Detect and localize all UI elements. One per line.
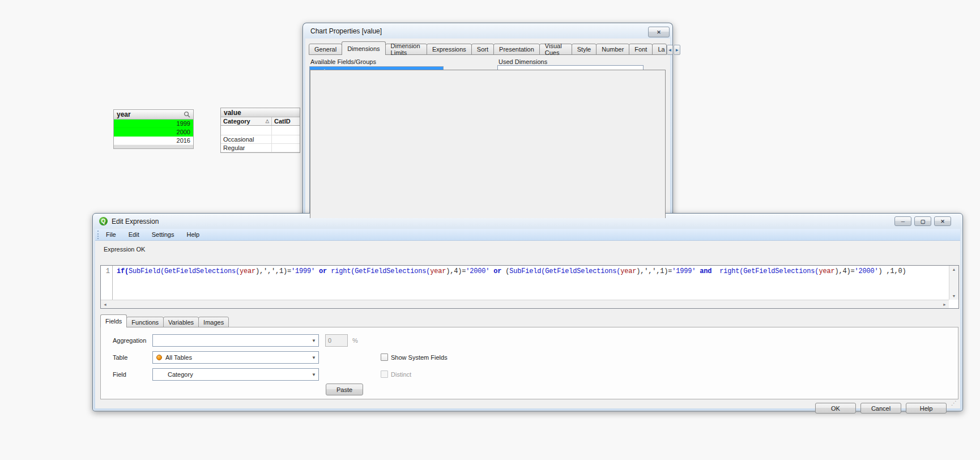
minimize-button[interactable]: ─ (894, 216, 911, 226)
tab-scroll-prev-button[interactable]: ◄ (667, 45, 674, 55)
scroll-right-icon[interactable]: ► (943, 303, 947, 306)
desktop: year 1999 2000 2016 value Category △ Cat… (0, 0, 980, 460)
sort-asc-icon: △ (266, 117, 269, 125)
maximize-button[interactable]: ▢ (914, 216, 931, 226)
tab-images[interactable]: Images (198, 317, 229, 327)
close-button[interactable]: ✕ (934, 216, 951, 226)
available-fields-label: Available Fields/Groups (310, 58, 376, 65)
expression-code[interactable]: if(SubField(GetFieldSelections(year),','… (113, 266, 949, 300)
year-listbox: year 1999 2000 2016 (113, 109, 194, 149)
distinct-checkbox[interactable] (381, 370, 388, 378)
tab-visual-cues[interactable]: Visual Cues (539, 44, 572, 55)
search-icon[interactable] (184, 111, 190, 118)
tab-expressions[interactable]: Expressions (427, 44, 472, 55)
arrow-left-icon: ◄ (668, 48, 672, 53)
percent-spinbox[interactable]: 0 (325, 334, 348, 347)
scroll-down-icon[interactable]: ▼ (952, 294, 956, 298)
close-button[interactable]: ✕ (648, 27, 670, 37)
list-item[interactable]: 2000 (114, 128, 193, 137)
dropdown-icon[interactable]: ▼ (312, 355, 316, 360)
help-button[interactable]: Help (906, 403, 947, 414)
expression-status: Expression OK (104, 246, 145, 253)
edit-expression-dialog: Q Edit Expression ─ ▢ ✕ File Edit Settin… (92, 213, 963, 411)
minimize-icon: ─ (901, 219, 905, 224)
menu-item-edit[interactable]: Edit (122, 231, 146, 238)
value-table-columns: Category △ CatID (221, 117, 300, 126)
column-header-catid[interactable]: CatID (272, 117, 300, 125)
vertical-scrollbar[interactable]: ▲ ▼ (949, 266, 958, 300)
tab-number[interactable]: Number (596, 44, 629, 55)
show-system-fields-checkbox[interactable] (381, 353, 388, 361)
table-label: Table (113, 354, 127, 361)
value-table: value Category △ CatID Occasional Regula… (220, 108, 300, 153)
table-row[interactable]: Occasional (221, 135, 300, 144)
fields-tab-panel: Aggregation ▼ 0 % Table All Tables ▼ Sho… (100, 327, 958, 399)
aggregation-combo[interactable]: ▼ (152, 334, 319, 347)
cancel-button[interactable]: Cancel (860, 403, 901, 414)
table-icon (156, 355, 162, 360)
distinct-label: Distinct (391, 371, 411, 378)
qlikview-icon: Q (99, 217, 108, 225)
menu-bar: File Edit Settings Help (95, 229, 960, 241)
tab-style[interactable]: Style (572, 44, 596, 55)
column-header-category[interactable]: Category △ (221, 117, 272, 125)
scroll-up-icon[interactable]: ▲ (952, 267, 956, 271)
maximize-icon: ▢ (921, 219, 926, 224)
percent-sign-label: % (352, 337, 358, 344)
dialog-title: Chart Properties [value] (310, 27, 382, 35)
resize-grip[interactable]: ⋰ (951, 400, 957, 406)
line-number: 1 (106, 267, 110, 275)
close-icon: ✕ (657, 29, 661, 35)
edit-expression-tabs: Fields Functions Variables Images (100, 314, 228, 327)
listbox-filler (114, 145, 193, 148)
menu-item-settings[interactable]: Settings (146, 231, 181, 238)
year-listbox-header[interactable]: year (114, 110, 193, 120)
tab-presentation[interactable]: Presentation (493, 44, 540, 55)
show-system-fields-label: Show System Fields (391, 354, 448, 361)
tab-dimensions[interactable]: Dimensions (342, 41, 385, 55)
edit-expression-body: File Edit Settings Help Expression OK 1 … (95, 229, 960, 408)
tab-font[interactable]: Font (629, 44, 653, 55)
tab-sort[interactable]: Sort (471, 44, 494, 55)
tab-scroll-next-button[interactable]: ► (674, 45, 680, 55)
ok-button[interactable]: OK (815, 403, 856, 414)
arrow-right-icon: ► (675, 48, 679, 53)
menu-item-file[interactable]: File (100, 231, 122, 238)
year-listbox-title: year (117, 110, 131, 118)
tab-general[interactable]: General (309, 44, 342, 55)
horizontal-scrollbar[interactable]: ◄ ► (101, 300, 949, 308)
tab-fields[interactable]: Fields (100, 314, 127, 327)
dialog-title: Edit Expression (112, 218, 159, 225)
tab-layout-truncated[interactable]: La (652, 44, 666, 55)
value-table-header[interactable]: value (221, 108, 300, 117)
menu-item-help[interactable]: Help (180, 231, 206, 238)
chart-dialog-tabs: General Dimensions Dimension Limits Expr… (309, 41, 680, 55)
dropdown-icon[interactable]: ▼ (312, 372, 316, 377)
paste-button[interactable]: Paste (326, 384, 363, 395)
tab-page (310, 70, 666, 218)
tab-dimension-limits[interactable]: Dimension Limits (385, 44, 427, 55)
field-combo[interactable]: Category ▼ (152, 368, 319, 381)
line-number-gutter: 1 (101, 266, 113, 300)
tab-variables[interactable]: Variables (163, 317, 199, 327)
close-icon: ✕ (940, 219, 945, 224)
chart-properties-dialog: Chart Properties [value] ✕ General Dimen… (302, 23, 673, 218)
dropdown-icon[interactable]: ▼ (312, 338, 316, 343)
scroll-left-icon[interactable]: ◄ (103, 303, 107, 306)
table-row[interactable]: Regular (221, 144, 300, 152)
tab-functions[interactable]: Functions (126, 317, 164, 327)
table-row[interactable] (221, 126, 300, 135)
expression-editor[interactable]: 1 if(SubField(GetFieldSelections(year),'… (100, 265, 959, 309)
list-item[interactable]: 2016 (114, 137, 193, 145)
aggregation-label: Aggregation (113, 337, 146, 344)
table-combo[interactable]: All Tables ▼ (152, 351, 319, 364)
value-table-title: value (224, 109, 241, 117)
list-item[interactable]: 1999 (114, 120, 193, 128)
field-label: Field (113, 371, 126, 378)
used-dimensions-label: Used Dimensions (498, 58, 547, 65)
